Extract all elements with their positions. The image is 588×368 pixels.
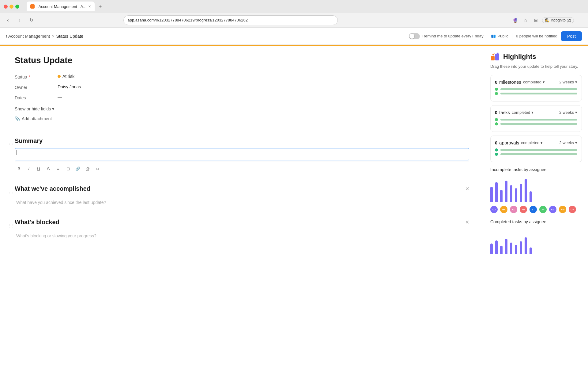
link-button[interactable]: 🔗: [74, 164, 82, 173]
active-tab[interactable]: t Account Management - A... ✕: [27, 2, 95, 11]
status-dot: [58, 75, 61, 78]
accomplished-drag-handle[interactable]: ⋮⋮: [7, 190, 15, 194]
milestones-card: 0 milestones completed ▾ 2 weeks ▾: [490, 75, 582, 102]
minimize-traffic-light[interactable]: [9, 5, 13, 9]
milestones-progress-dot-1: [495, 88, 498, 91]
owner-value[interactable]: Daisy Jonas: [58, 84, 81, 89]
bullet-list-button[interactable]: ≡: [54, 164, 62, 173]
new-tab-button[interactable]: +: [96, 2, 104, 11]
show-hide-label: Show or hide fields: [15, 106, 51, 111]
mention-button[interactable]: @: [83, 164, 92, 173]
highlights-header: Highlights: [490, 52, 582, 62]
attachment-icon: 📎: [15, 116, 20, 121]
dates-field-row: Dates —: [15, 95, 469, 100]
approvals-progress-fill-2: [500, 153, 577, 155]
status-value[interactable]: At risk: [58, 74, 74, 79]
nav-divider-2: [512, 33, 512, 40]
emoji-button[interactable]: ☺: [93, 164, 102, 173]
milestones-count: 0: [495, 79, 497, 85]
blocked-drag-handle[interactable]: ⋮⋮: [7, 224, 15, 228]
public-badge[interactable]: 👥 Public: [491, 34, 508, 38]
summary-toolbar: B I U S ≡ ⊟ 🔗 @ ☺: [15, 162, 469, 175]
reminder-label: Remind me to update every Friday: [422, 34, 483, 38]
maximize-traffic-light[interactable]: [15, 5, 19, 9]
back-button[interactable]: ‹: [4, 16, 12, 25]
numbered-list-button[interactable]: ⊟: [64, 164, 72, 173]
extensions-icon[interactable]: 🔮: [511, 16, 519, 25]
bookmark-icon[interactable]: ☆: [521, 16, 530, 25]
accomplished-close-button[interactable]: ✕: [465, 186, 469, 192]
summary-content-area[interactable]: [15, 148, 469, 160]
blocked-close-button[interactable]: ✕: [465, 219, 469, 225]
bar-1-dark: [490, 187, 493, 202]
tasks-progress-bars: [495, 118, 577, 125]
bar-8-dark: [525, 179, 527, 202]
dates-value[interactable]: —: [58, 95, 62, 100]
tasks-status-chevron: ▾: [531, 110, 533, 115]
milestones-period-chevron: ▾: [575, 80, 577, 84]
svg-marker-2: [492, 52, 495, 56]
svg-rect-1: [495, 54, 499, 60]
breadcrumb-separator: >: [52, 34, 54, 39]
tasks-status-dropdown[interactable]: completed ▾: [512, 110, 533, 115]
highlights-title: Highlights: [503, 53, 536, 61]
approvals-status-chevron: ▾: [541, 140, 543, 145]
completed-bar-8: [525, 237, 527, 254]
completed-bar-group-8: [525, 237, 527, 254]
tasks-count: 0: [495, 110, 497, 115]
milestones-period-dropdown[interactable]: 2 weeks ▾: [559, 80, 577, 84]
completed-bar-3: [500, 246, 503, 254]
approvals-period-dropdown[interactable]: 2 weeks ▾: [559, 140, 577, 145]
breadcrumb-current-page: Status Update: [56, 34, 83, 39]
show-hide-fields-button[interactable]: Show or hide fields ▾: [15, 106, 469, 111]
svg-rect-0: [491, 56, 495, 60]
strikethrough-button[interactable]: S: [44, 164, 53, 173]
post-button[interactable]: Post: [561, 31, 582, 41]
menu-button[interactable]: ⋮: [576, 16, 584, 25]
top-nav: t Account Management > Status Update Rem…: [0, 28, 588, 45]
milestones-status-dropdown[interactable]: completed ▾: [523, 80, 545, 84]
approvals-status-dropdown[interactable]: completed ▾: [521, 140, 543, 145]
completed-bar-group-9: [530, 247, 532, 254]
blocked-content-area[interactable]: What's blocking or slowing your progress…: [15, 229, 469, 242]
tasks-progress-fill-1: [500, 119, 577, 121]
tab-close-button[interactable]: ✕: [88, 5, 91, 9]
summary-section: ⋮⋮ Summary B I U S ≡ ⊟ 🔗 @ ☺: [15, 137, 469, 175]
tasks-period-dropdown[interactable]: 2 weeks ▾: [559, 110, 577, 115]
bar-group-7: [520, 184, 522, 202]
underline-button[interactable]: U: [34, 164, 43, 173]
status-label: Status *: [15, 74, 58, 79]
tab-bar: t Account Management - A... ✕ +: [27, 2, 584, 11]
app-layout: t Account Management > Status Update Rem…: [0, 28, 588, 368]
breadcrumb-project[interactable]: t Account Management: [6, 34, 50, 39]
refresh-button[interactable]: ↻: [27, 16, 36, 25]
tasks-period-label: 2 weeks: [559, 110, 574, 115]
completed-bar-group-3: [500, 246, 503, 254]
italic-button[interactable]: I: [24, 164, 33, 173]
approvals-progress-dot-2: [495, 153, 498, 156]
bar-2-dark: [495, 182, 498, 202]
add-attachment-button[interactable]: 📎 Add attachment: [15, 116, 469, 121]
chevron-down-icon: ▾: [52, 106, 54, 111]
tasks-period-chevron: ▾: [575, 110, 577, 115]
reminder-toggle-switch[interactable]: [409, 33, 420, 39]
close-traffic-light[interactable]: [4, 5, 8, 9]
nav-divider-1: [487, 33, 487, 40]
traffic-lights: [4, 5, 19, 9]
reminder-toggle-section: Remind me to update every Friday: [409, 33, 483, 39]
address-bar[interactable]: app.asana.com/0/1203277884706219/progres…: [123, 15, 338, 25]
browser-toolbar-icons: 🔮 ☆ ⊞ 🕵 Incognito (2) ⋮: [511, 16, 584, 25]
milestones-card-header: 0 milestones completed ▾ 2 weeks ▾: [495, 79, 577, 85]
incomplete-chart-title: Incomplete tasks by assignee: [490, 167, 582, 172]
avatar-8: NM: [559, 206, 566, 213]
accomplished-placeholder: What have you achieved since the last up…: [16, 197, 468, 207]
bold-button[interactable]: B: [15, 164, 23, 173]
tab-overview-icon[interactable]: ⊞: [532, 16, 540, 25]
completed-bar-5: [510, 243, 512, 254]
summary-drag-handle[interactable]: ⋮⋮: [7, 142, 15, 147]
forward-button[interactable]: ›: [15, 16, 24, 25]
accomplished-content-area[interactable]: What have you achieved since the last up…: [15, 196, 469, 209]
approvals-type: approvals: [499, 140, 519, 145]
incognito-icon: 🕵: [545, 18, 549, 22]
highlights-icon: [490, 52, 500, 62]
